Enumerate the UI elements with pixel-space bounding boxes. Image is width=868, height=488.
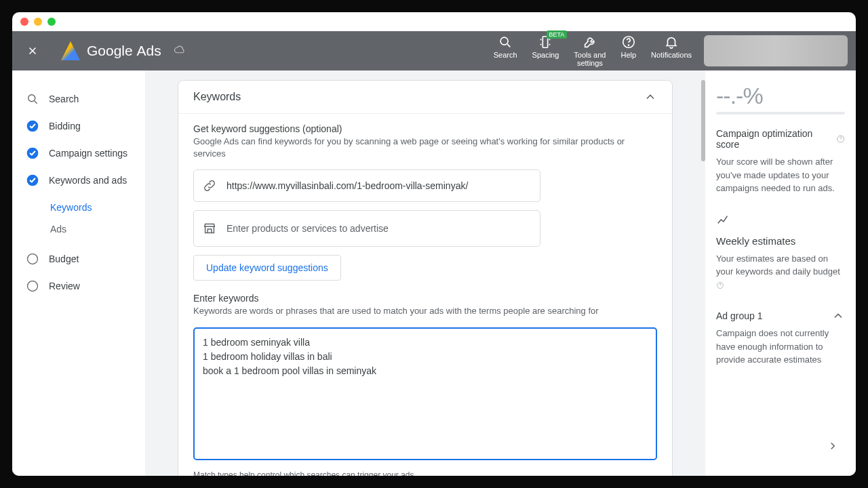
storefront-icon [202,221,217,236]
help-outline-icon[interactable] [836,134,845,144]
brand-logo-wrap[interactable]: Google Ads [61,41,186,60]
weekly-estimates-title: Weekly estimates [716,235,845,247]
enter-kw-heading: Enter keywords [193,293,657,304]
window-titlebar [12,12,856,31]
svg-point-3 [628,45,629,45]
card-title: Keywords [193,91,241,103]
search-icon [498,35,513,49]
topnav-search-label: Search [494,51,517,59]
svg-point-8 [28,254,38,264]
url-field-wrap[interactable] [193,169,540,202]
svg-point-4 [28,95,35,102]
topnav-tools-label: Tools and settings [574,51,606,67]
svg-point-0 [500,37,508,45]
right-insights-pane: --.-% Campaign optimization score Your s… [705,70,856,476]
svg-point-9 [28,281,38,291]
topnav-help[interactable]: Help [620,35,636,59]
pending-circle-icon [26,252,39,266]
topnav-help-label: Help [620,51,636,59]
optimization-score-title: Campaign optimization score [716,128,845,150]
step-bidding[interactable]: Bidding [20,113,140,140]
topnav-spacing-label: Spacing [532,51,559,59]
link-icon [202,178,217,193]
check-circle-icon [26,146,39,160]
step-search[interactable]: Search [20,85,140,113]
pending-circle-icon [26,279,39,293]
check-circle-icon [26,174,39,187]
app-top-bar: Google Ads Search BETA Spacing Tools and… [12,31,856,70]
score-progress-bar [716,112,845,115]
products-input[interactable] [226,223,532,234]
optimization-score-body: Your score will be shown after you've ma… [716,155,845,195]
ad-group-1-row[interactable]: Ad group 1 [716,309,845,323]
brand-text: Google Ads [87,43,161,59]
close-button[interactable] [20,39,45,63]
optimization-score-value: --.-% [716,83,845,109]
step-review[interactable]: Review [20,272,140,300]
beta-badge: BETA [547,30,568,39]
step-campaign-settings[interactable]: Campaign settings [20,140,140,167]
window-close-traffic[interactable] [20,18,28,26]
window-minimize-traffic[interactable] [34,18,42,26]
close-icon [26,45,39,57]
cloud-icon [174,44,186,58]
wrench-icon [583,35,597,49]
url-input[interactable] [226,180,532,191]
update-suggestions-button[interactable]: Update keyword suggestions [193,255,341,281]
next-arrow-button[interactable] [823,436,842,455]
substep-keywords[interactable]: Keywords [50,197,140,218]
step-keywords-ads[interactable]: Keywords and ads [20,167,140,194]
match-types-note: Match types help control which searches … [193,469,657,476]
help-outline-icon[interactable] [716,281,724,289]
substep-ads[interactable]: Ads [50,218,140,240]
topnav-spacing[interactable]: BETA Spacing [532,35,559,59]
chevron-up-icon[interactable] [644,90,657,104]
account-switcher-redacted[interactable] [704,35,848,66]
weekly-estimates-body: Your estimates are based on your keyword… [716,252,845,292]
check-circle-icon [26,119,39,133]
topnav-tools-settings[interactable]: Tools and settings [574,35,606,67]
bell-icon [664,35,679,49]
main-content-pane: Keywords Get keyword suggestions (option… [145,70,705,476]
trend-icon [716,213,845,235]
topnav-notifications-label: Notifications [651,51,692,59]
products-field-wrap[interactable] [193,210,540,247]
left-stepper-sidebar: Search Bidding Campaign settings Keyword… [12,70,145,476]
search-step-icon [26,92,39,106]
ad-group-1-body: Campaign does not currently have enough … [716,327,845,367]
suggest-heading: Get keyword suggestions (optional) [193,123,657,134]
topnav-notifications[interactable]: Notifications [651,35,692,59]
window-maximize-traffic[interactable] [47,18,56,26]
step-budget[interactable]: Budget [20,245,140,272]
chevron-up-icon [831,309,845,323]
chevron-right-icon [827,440,839,452]
keywords-textarea[interactable] [193,327,657,460]
google-ads-logo-icon [61,41,80,60]
enter-kw-subheading: Keywords are words or phrases that are u… [193,305,657,317]
suggest-subheading: Google Ads can find keywords for you by … [193,136,657,160]
keywords-card: Keywords Get keyword suggestions (option… [178,80,673,476]
help-icon [621,35,636,49]
topnav-search[interactable]: Search [494,35,517,59]
